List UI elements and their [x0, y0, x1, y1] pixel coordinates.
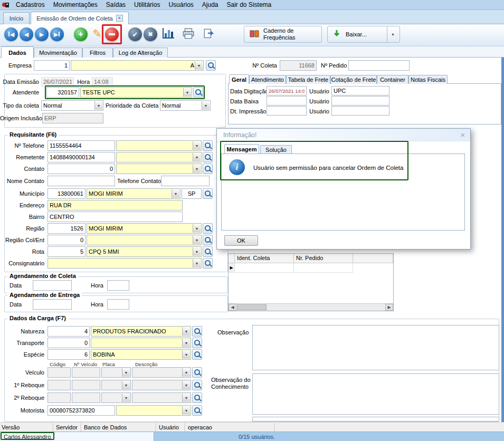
motorista-combo[interactable]: ▼ [116, 405, 191, 416]
baixar-button[interactable]: Baixar... ▼ [327, 26, 400, 43]
especie-search-icon[interactable] [192, 349, 202, 360]
chart-button[interactable] [163, 28, 174, 39]
scroll-thumb[interactable] [237, 304, 267, 310]
last-record-button[interactable]: ▶ [50, 27, 64, 41]
empresa-search-icon[interactable] [206, 60, 216, 71]
veiculo-search-icon[interactable] [192, 367, 202, 378]
grid-cell[interactable] [235, 263, 294, 273]
confirm-button[interactable]: ✔ [128, 27, 142, 41]
menu-usuarios[interactable]: Usuários [164, 1, 197, 8]
natureza-combo[interactable]: PRODUTOS FRACIONADO▼ [91, 326, 191, 337]
motorista-input[interactable] [47, 405, 115, 416]
remetente-input[interactable] [47, 152, 115, 162]
tab-notas-fiscais[interactable]: Notas Fiscais [408, 75, 448, 84]
especie-combo[interactable]: BOBINA▼ [91, 349, 191, 360]
tab-emissao-ordem-coleta[interactable]: Emissão de Ordem de Coleta × [31, 12, 129, 24]
reboque2-placa-combo[interactable]: ▼ [101, 392, 131, 403]
menu-utilitarios[interactable]: Utilitários [130, 1, 164, 8]
remetente-combo[interactable]: ▼ [116, 152, 202, 162]
baixar-dropdown[interactable]: ▼ [387, 26, 395, 42]
uf-input[interactable] [182, 188, 202, 199]
regiao-colent-search-icon[interactable] [203, 235, 213, 245]
motorista-search-icon[interactable] [192, 405, 202, 416]
grid-cell[interactable] [294, 263, 353, 273]
consignatario-search-icon[interactable] [203, 258, 213, 269]
ok-button[interactable]: OK [224, 235, 258, 246]
discard-button[interactable]: ✖ [144, 27, 157, 41]
regiao-code-input[interactable] [47, 223, 85, 234]
coleta-grid[interactable]: Ident. Coleta Nr. Pedido ▶ ◀ ▶ [228, 253, 394, 311]
grid-col-ident-coleta[interactable]: Ident. Coleta [235, 254, 294, 263]
grid-col-nr-pedido[interactable]: Nr. Pedido [294, 254, 353, 263]
tab-movimentacao[interactable]: Movimentação [34, 47, 82, 57]
agend-entrega-hora-input[interactable] [107, 299, 129, 310]
regiao-colent-combo[interactable]: ▼ [87, 235, 202, 245]
tab-inicio[interactable]: Início [3, 12, 30, 24]
tab-cotacao-frete[interactable]: Cotação de Frete [330, 75, 377, 84]
menu-movimentacoes[interactable]: Movimentações [49, 1, 102, 8]
tipo-coleta-combo[interactable]: Normal ▼ [41, 100, 103, 111]
municipio-code-input[interactable] [47, 188, 85, 199]
tab-geral[interactable]: Geral [229, 74, 249, 84]
rota-search-icon[interactable] [203, 246, 213, 257]
remetente-search-icon[interactable] [203, 152, 213, 162]
tab-container[interactable]: Container [377, 75, 408, 84]
n-pedido-input[interactable] [348, 60, 410, 71]
regiao-combo[interactable]: MOGI MIRIM▼ [87, 223, 202, 234]
reboque1-descricao-combo[interactable]: ▼ [132, 380, 191, 390]
contato-combo[interactable]: ▼ [116, 164, 202, 174]
observacao-textarea[interactable] [252, 325, 499, 370]
caderno-frequencias-button[interactable]: Caderno de Frequências [244, 26, 322, 43]
reboque1-placa-combo[interactable]: ▼ [101, 380, 131, 390]
print-button[interactable] [182, 28, 195, 41]
regiao-search-icon[interactable] [203, 223, 213, 234]
dialog-title-bar[interactable]: Informação! × [217, 129, 470, 141]
empresa-combo[interactable]: A ▼ [71, 60, 204, 71]
telefone-search-icon[interactable] [203, 140, 213, 151]
consignatario-combo[interactable]: ▼ [47, 258, 202, 269]
close-tab-icon[interactable]: × [116, 15, 123, 22]
agend-entrega-data-input[interactable] [33, 299, 72, 310]
tab-tabela-frete[interactable]: Tabela de Frete [286, 75, 330, 84]
empresa-code-input[interactable] [34, 60, 70, 71]
telefone-contato-input[interactable] [161, 176, 210, 186]
menu-saidas[interactable]: Saídas [102, 1, 130, 8]
especie-code-input[interactable] [47, 349, 90, 360]
telefone-combo[interactable]: ▼ [116, 140, 202, 151]
transporte-code-input[interactable] [47, 338, 90, 348]
dialog-close-icon[interactable]: × [460, 130, 465, 139]
reboque2-descricao-combo[interactable]: ▼ [132, 392, 191, 403]
menu-ajuda[interactable]: Ajuda [198, 1, 223, 8]
natureza-code-input[interactable] [47, 326, 90, 337]
tab-atendimento[interactable]: Atendimento [249, 75, 286, 84]
reboque1-search-icon[interactable] [192, 380, 202, 390]
add-record-button[interactable]: + [74, 27, 88, 41]
previous-record-button[interactable]: ◀ [20, 27, 33, 41]
nome-contato-input[interactable] [47, 176, 115, 186]
natureza-search-icon[interactable] [192, 326, 202, 337]
regiao-colent-input[interactable] [47, 235, 85, 245]
veiculo-placa-combo[interactable]: ▼ [101, 367, 131, 378]
rota-code-input[interactable] [47, 246, 85, 257]
agend-coleta-hora-input[interactable] [107, 280, 129, 291]
menu-cadastros[interactable]: Cadastros [12, 1, 49, 8]
contato-input[interactable] [47, 164, 115, 174]
tab-log-alteracao[interactable]: Log de Alteração [113, 47, 168, 57]
bairro-input[interactable] [47, 212, 183, 222]
transporte-search-icon[interactable] [192, 338, 202, 348]
endereco-input[interactable] [47, 200, 183, 210]
menu-sair[interactable]: Sair do Sistema [223, 1, 276, 8]
grid-hscrollbar[interactable]: ◀ ▶ [229, 303, 393, 311]
municipio-combo[interactable]: MOGI MIRIM▼ [87, 188, 180, 199]
reboque2-search-icon[interactable] [192, 392, 202, 403]
tab-dados[interactable]: Dados [1, 46, 34, 58]
next-record-button[interactable]: ▶ [35, 27, 49, 41]
scroll-left-icon[interactable]: ◀ [229, 304, 236, 311]
observacao-conhecimento-textarea[interactable] [252, 373, 499, 415]
municipio-search-icon[interactable] [203, 188, 213, 199]
telefone-input[interactable] [47, 140, 115, 151]
transporte-combo[interactable]: ▼ [91, 338, 191, 348]
rota-combo[interactable]: CPQ 5 MMI▼ [87, 246, 202, 257]
first-record-button[interactable]: ◀ [4, 27, 18, 41]
agend-coleta-data-input[interactable] [33, 280, 72, 291]
